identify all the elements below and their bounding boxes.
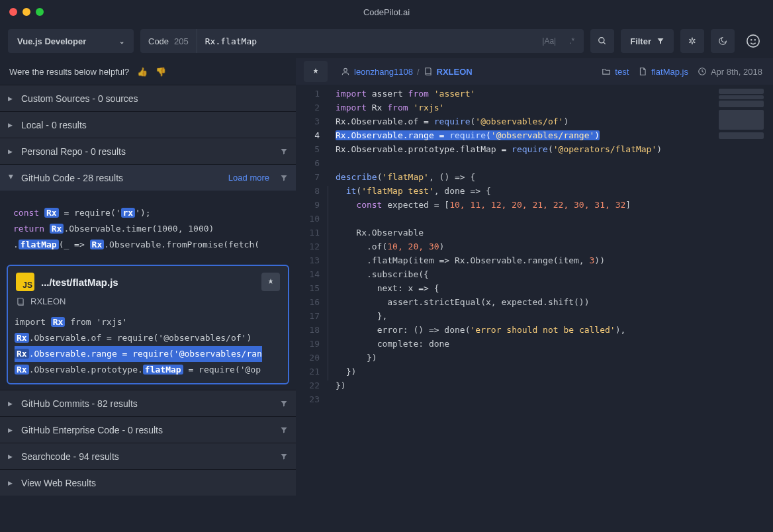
search-bar: Code 205 |Aa| .* [140, 29, 584, 53]
group-label: Custom Sources - 0 sources [21, 93, 138, 104]
minimap[interactable] [713, 85, 773, 532]
repo-icon [16, 297, 25, 306]
results-sidebar: Were the results below helpful? 👍 👎 ▶ Cu… [0, 58, 296, 532]
group-github-commits[interactable]: ▶ GitHub Commits - 82 results [0, 390, 296, 416]
filter-icon [657, 37, 664, 45]
chevron-right-icon: ▶ [8, 400, 15, 407]
breadcrumb: leonzhang1108 / RXLEON [341, 67, 473, 77]
user-icon [341, 67, 350, 76]
chevron-down-icon: ▶ [8, 175, 15, 181]
titlebar: CodePilot.ai [0, 0, 773, 24]
js-file-icon: JS [16, 273, 34, 291]
settings-button[interactable]: ✲ [680, 29, 704, 53]
chevron-right-icon: ▶ [8, 148, 15, 155]
group-label: GitHub Commits - 82 results [21, 398, 138, 409]
group-label: View Web Results [21, 478, 96, 488]
code-content[interactable]: import assert from 'assert' import Rx fr… [336, 85, 773, 532]
moon-icon [718, 36, 727, 46]
load-more-link[interactable]: Load more [228, 173, 269, 183]
feedback-prompt: Were the results below helpful? 👍 👎 [0, 58, 296, 85]
chevron-right-icon: ▶ [8, 95, 15, 102]
chevron-right-icon: ▶ [8, 122, 15, 128]
group-searchcode[interactable]: ▶ Searchcode - 94 results [0, 443, 296, 469]
thumbs-down-button[interactable]: 👎 [156, 67, 166, 77]
code-preview: import Rx from 'rxjs' Rx.Observable.of =… [8, 312, 288, 383]
result-card[interactable]: const Rx = require('rx'); return Rx.Obse… [7, 200, 289, 258]
line-gutter: 123 456 789 101112 131415 161718 192021 … [296, 85, 326, 532]
profile-label: Vue.js Developer [17, 36, 86, 46]
filter-icon[interactable] [280, 400, 288, 408]
app-title: CodePilot.ai [0, 7, 773, 17]
filter-icon[interactable] [280, 174, 288, 182]
intent-label: Code [148, 36, 169, 46]
pin-button[interactable] [261, 273, 280, 291]
group-web-results[interactable]: ▶ View Web Results [0, 469, 296, 496]
crumb-file[interactable]: flatMap.js [651, 67, 688, 77]
feedback-text: Were the results below helpful? [9, 67, 129, 77]
filter-icon[interactable] [280, 148, 288, 155]
theme-toggle-button[interactable] [711, 29, 735, 53]
group-local[interactable]: ▶ Local - 0 results [0, 111, 296, 138]
search-icon [598, 36, 607, 46]
repo-name: RXLEON [30, 296, 66, 306]
svg-point-0 [599, 38, 604, 43]
gear-icon: ✲ [688, 36, 696, 46]
crumb-date: Apr 8th, 2018 [711, 67, 762, 77]
chevron-right-icon: ▶ [8, 453, 15, 460]
toolbar: Vue.js Developer ⌄ Code 205 |Aa| .* Filt… [0, 24, 773, 58]
pin-button[interactable] [304, 61, 328, 82]
group-personal-repo[interactable]: ▶ Personal Repo - 0 results [0, 138, 296, 164]
thumbs-up-button[interactable]: 👍 [137, 67, 148, 77]
group-label: Personal Repo - 0 results [21, 146, 126, 157]
result-title: .../test/flatMap.js [41, 277, 118, 288]
filter-label: Filter [630, 36, 651, 46]
code-preview: const Rx = require('rx'); return Rx.Obse… [7, 200, 289, 258]
repo-icon [424, 67, 433, 76]
group-label: GitHub Enterprise Code - 0 results [21, 425, 163, 435]
group-custom-sources[interactable]: ▶ Custom Sources - 0 sources [0, 85, 296, 111]
viewer-header: leonzhang1108 / RXLEON test flatMap.js A… [296, 58, 773, 85]
group-label: GitHub Code - 28 results [21, 173, 123, 183]
svg-point-3 [751, 40, 752, 40]
crumb-folder[interactable]: test [615, 67, 629, 77]
result-card-selected[interactable]: JS .../test/flatMap.js RXLEON import Rx … [7, 265, 289, 384]
profile-dropdown[interactable]: Vue.js Developer ⌄ [8, 29, 134, 53]
file-icon [638, 67, 647, 76]
chevron-down-icon: ⌄ [119, 38, 124, 45]
editor: 123 456 789 101112 131415 161718 192021 … [296, 85, 773, 532]
svg-point-2 [747, 35, 759, 47]
svg-line-1 [604, 42, 606, 44]
filter-icon[interactable] [280, 426, 288, 434]
feedback-button[interactable] [746, 34, 760, 48]
pin-icon [312, 67, 320, 75]
group-label: Local - 0 results [21, 120, 87, 130]
crumb-user[interactable]: leonzhang1108 [354, 67, 413, 77]
code-viewer: leonzhang1108 / RXLEON test flatMap.js A… [296, 58, 773, 532]
folder-icon [602, 67, 611, 76]
group-github-code[interactable]: ▶ GitHub Code - 28 results Load more [0, 164, 296, 191]
filter-button[interactable]: Filter [621, 29, 674, 53]
clock-icon [698, 67, 707, 76]
crumb-repo[interactable]: RXLEON [437, 67, 473, 77]
pin-icon [267, 278, 275, 286]
filter-icon[interactable] [280, 453, 288, 461]
search-button[interactable] [590, 29, 614, 53]
chevron-right-icon: ▶ [8, 480, 15, 486]
chevron-right-icon: ▶ [8, 427, 15, 433]
svg-point-4 [754, 40, 755, 40]
svg-point-5 [344, 68, 347, 71]
search-input[interactable] [197, 29, 538, 53]
regex-toggle[interactable]: .* [565, 35, 578, 47]
intent-count: 205 [174, 36, 189, 46]
group-ghe-code[interactable]: ▶ GitHub Enterprise Code - 0 results [0, 416, 296, 443]
intent-selector[interactable]: Code 205 [140, 29, 197, 53]
match-case-toggle[interactable]: |Aa| [538, 35, 560, 47]
group-label: Searchcode - 94 results [21, 451, 119, 462]
